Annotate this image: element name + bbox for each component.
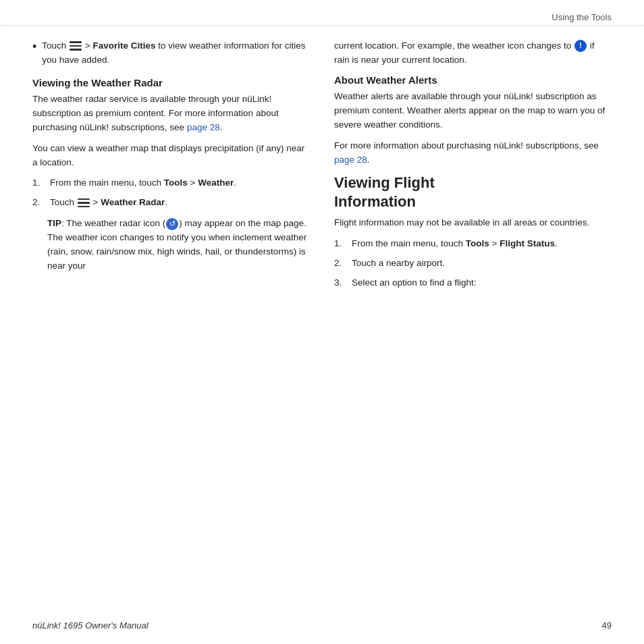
page-header: Using the Tools: [0, 0, 644, 26]
weather-radar-steps: 1. From the main menu, touch Tools > Wea…: [32, 176, 310, 210]
flight-step-1: 1. From the main menu, touch Tools > Fli…: [334, 237, 612, 251]
weather-alerts-para1: Weather alerts are available through you…: [334, 90, 612, 132]
weather-alert-icon: [574, 40, 587, 52]
flight-steps: 1. From the main menu, touch Tools > Fli…: [334, 237, 612, 290]
flight-step-3-text: Select an option to find a flight:: [352, 276, 477, 290]
footer-manual-title: nüLink! 1695 Owner's Manual: [32, 620, 149, 630]
flight-step-2: 2. Touch a nearby airport.: [334, 257, 612, 271]
link-page28-radar[interactable]: page 28: [187, 122, 220, 132]
flight-step-num-2: 2.: [334, 257, 346, 271]
tip-text: TIP: The weather radar icon () may appea…: [47, 218, 306, 271]
radar-icon: [166, 218, 178, 230]
section-heading-flight-info: Viewing FlightInformation: [334, 173, 612, 211]
left-column: • Touch > Favorite Cities to view weathe…: [32, 39, 310, 297]
bullet-text: Touch > Favorite Cities to view weather …: [42, 39, 310, 68]
weather-radar-para1: The weather radar service is available t…: [32, 92, 310, 135]
section-heading-weather-radar: Viewing the Weather Radar: [32, 77, 310, 88]
flight-step-2-text: Touch a nearby airport.: [352, 257, 445, 271]
footer-page-number: 49: [602, 620, 612, 630]
content-columns: • Touch > Favorite Cities to view weathe…: [0, 26, 644, 311]
page: Using the Tools • Touch > Favorite Citie…: [0, 0, 644, 644]
menu-icon-step2: [78, 198, 90, 208]
bullet-favorite-cities: • Touch > Favorite Cities to view weathe…: [32, 39, 310, 68]
step-num-1: 1.: [32, 176, 45, 190]
header-title: Using the Tools: [552, 12, 612, 22]
flight-step-3: 3. Select an option to find a flight:: [334, 276, 612, 290]
step-num-2: 2.: [32, 196, 45, 210]
bold-favorite-cities: Favorite Cities: [92, 41, 155, 51]
flight-step-num-3: 3.: [334, 276, 346, 290]
menu-icon: [70, 41, 82, 51]
continuation-text: current location. For example, the weath…: [334, 39, 612, 68]
flight-step-num-1: 1.: [334, 237, 346, 251]
section-heading-weather-alerts: About Weather Alerts: [334, 74, 612, 86]
weather-alerts-para2: For more information about purchasing nü…: [334, 139, 612, 167]
weather-radar-para2: You can view a weather map that displays…: [32, 142, 310, 170]
step-2: 2. Touch > Weather Radar.: [32, 196, 310, 210]
page-footer: nüLink! 1695 Owner's Manual 49: [32, 620, 612, 630]
tip-block: TIP: The weather radar icon () may appea…: [47, 217, 310, 273]
step-1-text: From the main menu, touch Tools > Weathe…: [50, 176, 236, 190]
step-1: 1. From the main menu, touch Tools > Wea…: [32, 176, 310, 190]
flight-info-para1: Flight information may not be available …: [334, 216, 612, 230]
right-column: current location. For example, the weath…: [334, 39, 612, 297]
link-page28-alerts[interactable]: page 28: [334, 155, 367, 165]
bullet-symbol: •: [32, 39, 36, 55]
flight-step-1-text: From the main menu, touch Tools > Flight…: [352, 237, 558, 251]
step-2-text: Touch > Weather Radar.: [50, 196, 167, 210]
